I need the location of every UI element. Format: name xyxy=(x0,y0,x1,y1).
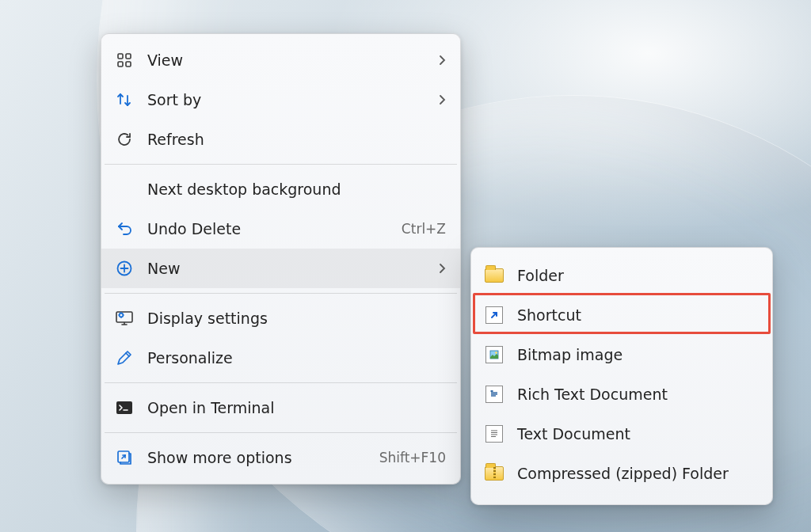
svg-rect-0 xyxy=(118,54,123,59)
menu-item-view[interactable]: View xyxy=(101,40,460,80)
submenu-item-folder[interactable]: Folder xyxy=(471,256,772,295)
show-more-icon xyxy=(114,447,135,468)
menu-label: New xyxy=(147,260,425,277)
terminal-icon xyxy=(114,397,135,418)
submenu-label: Shortcut xyxy=(517,306,758,324)
submenu-item-rtf[interactable]: Rich Text Document xyxy=(471,374,772,414)
menu-item-show-more-options[interactable]: Show more options Shift+F10 xyxy=(101,438,460,477)
menu-label: Undo Delete xyxy=(147,220,392,238)
desktop-context-menu: View Sort by Refresh Next desktop backgr… xyxy=(101,33,461,484)
svg-rect-1 xyxy=(126,54,131,59)
menu-accelerator: Shift+F10 xyxy=(379,450,446,466)
menu-item-refresh[interactable]: Refresh xyxy=(101,120,460,159)
menu-label: Display settings xyxy=(147,310,446,327)
chevron-right-icon xyxy=(432,263,446,274)
menu-label: Sort by xyxy=(147,91,425,108)
plus-circle-icon xyxy=(114,258,135,279)
grid-icon xyxy=(114,50,135,70)
pen-icon xyxy=(114,348,135,368)
submenu-label: Folder xyxy=(517,267,758,284)
menu-label: Refresh xyxy=(147,131,446,148)
menu-label: Personalize xyxy=(147,349,446,367)
menu-separator xyxy=(105,293,457,294)
menu-item-next-background[interactable]: Next desktop background xyxy=(101,169,460,209)
new-submenu: Folder Shortcut Bitmap image xyxy=(470,247,773,505)
menu-item-display-settings[interactable]: Display settings xyxy=(101,298,460,338)
bitmap-file-icon xyxy=(484,344,504,365)
txt-file-icon xyxy=(484,424,504,444)
folder-icon xyxy=(484,265,504,286)
chevron-right-icon xyxy=(432,55,446,66)
display-settings-icon xyxy=(114,308,135,329)
chevron-right-icon xyxy=(432,94,446,105)
menu-label: Show more options xyxy=(147,449,370,466)
menu-separator xyxy=(105,382,457,383)
menu-item-personalize[interactable]: Personalize xyxy=(101,338,460,378)
submenu-item-txt[interactable]: Text Document xyxy=(471,414,772,454)
menu-label: Next desktop background xyxy=(147,180,446,198)
refresh-icon xyxy=(114,129,135,150)
submenu-label: Text Document xyxy=(517,425,758,443)
svg-rect-7 xyxy=(116,401,132,414)
blank-icon xyxy=(114,179,135,200)
submenu-item-zip[interactable]: Compressed (zipped) Folder xyxy=(471,454,772,493)
svg-rect-11 xyxy=(491,390,493,392)
menu-label: Open in Terminal xyxy=(147,399,446,416)
submenu-item-bitmap[interactable]: Bitmap image xyxy=(471,335,772,374)
menu-separator xyxy=(105,432,457,433)
submenu-item-shortcut[interactable]: Shortcut xyxy=(471,295,772,335)
shortcut-icon xyxy=(484,305,504,325)
menu-item-open-terminal[interactable]: Open in Terminal xyxy=(101,388,460,428)
sort-icon xyxy=(114,89,135,110)
menu-accelerator: Ctrl+Z xyxy=(402,221,446,237)
undo-icon xyxy=(114,218,135,239)
submenu-label: Rich Text Document xyxy=(517,386,758,403)
svg-point-10 xyxy=(495,352,497,354)
svg-rect-5 xyxy=(116,312,132,322)
zip-folder-icon xyxy=(484,463,504,484)
submenu-label: Bitmap image xyxy=(517,346,758,363)
svg-rect-3 xyxy=(126,62,131,66)
menu-item-sort-by[interactable]: Sort by xyxy=(101,80,460,120)
menu-label: View xyxy=(147,51,425,69)
svg-rect-2 xyxy=(118,62,123,66)
submenu-label: Compressed (zipped) Folder xyxy=(517,465,758,482)
menu-item-new[interactable]: New xyxy=(101,249,460,288)
menu-separator xyxy=(105,164,457,165)
rtf-file-icon xyxy=(484,384,504,405)
menu-item-undo-delete[interactable]: Undo Delete Ctrl+Z xyxy=(101,209,460,249)
